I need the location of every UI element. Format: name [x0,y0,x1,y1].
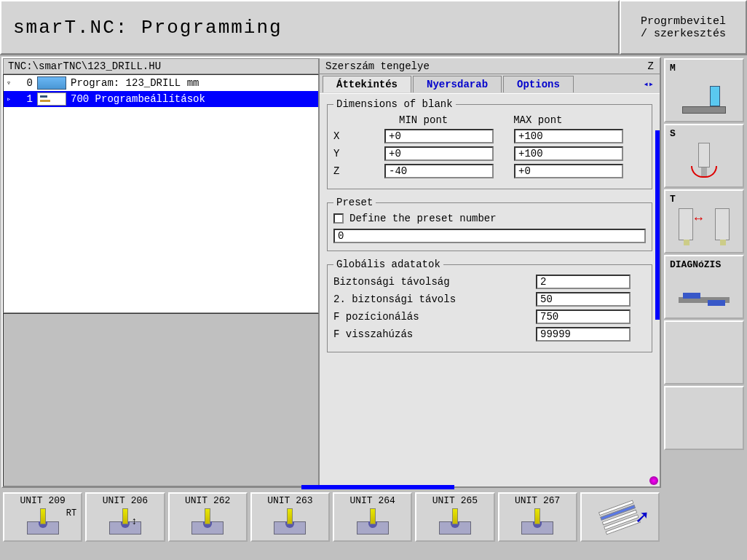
program-tree[interactable]: ▿ 0 Program: 123_DRILL mm▹ 1 700 Program… [3,74,319,313]
tab-options[interactable]: Options [503,76,574,92]
preset-legend: Preset [333,197,376,208]
softkey-rt: RT [66,508,76,518]
spindle-icon [689,143,719,179]
axis-label: X [333,130,384,142]
tree-row[interactable]: ▿ 0 Program: 123_DRILL mm [4,75,318,91]
min-header: MIN pont [399,114,448,126]
tree-label: 700 Programbeállítások [71,93,205,105]
global-input[interactable] [536,327,631,342]
tree-item-icon [37,92,66,106]
global-fieldset: Globális adatatok Biztonsági távolság 2.… [327,259,652,352]
preset-fieldset: Preset Define the preset number [327,197,652,251]
max-input-Y[interactable] [514,146,623,161]
global-input[interactable] [536,309,631,324]
max-input-X[interactable] [514,129,623,143]
tab-áttekintés[interactable]: Áttekintés [323,76,411,92]
unit-icon [268,508,312,535]
side-button-empty[interactable] [664,320,744,384]
side-letter: DIAGNóZIS [670,259,721,270]
max-input-Z[interactable] [514,164,623,178]
side-button-tool[interactable]: T↔ [664,189,744,253]
side-button-diag[interactable]: DIAGNóZIS [664,255,744,319]
expand-icon[interactable]: ▹ [7,95,14,103]
mode-line1: Progrmbevitel [641,15,726,28]
mode-display: Progrmbevitel / szerkesztés [620,0,747,55]
tab-nyersdarab[interactable]: Nyersdarab [413,76,502,92]
tree-row[interactable]: ▹ 1 700 Programbeállítások [4,91,318,107]
softkey-unit-263[interactable]: UNIT 263 [250,492,330,542]
scrollbar[interactable] [655,130,660,320]
softkey-label: UNIT 206 [103,495,148,507]
global-label: Biztonsági távolság [333,276,536,288]
softkey-label: UNIT 265 [432,495,478,507]
tree-num: 0 [18,77,33,89]
softkey-label: UNIT 264 [349,495,395,507]
axis-label: Z [333,165,384,177]
side-button-empty[interactable] [664,386,744,450]
softkey-label: UNIT 209 [20,495,65,507]
side-letter: T [670,194,676,205]
diagnosis-icon [679,293,730,307]
mode-line2: / szerkesztés [641,28,726,40]
tab-scroll-right-icon[interactable]: ◂▸ [641,79,657,90]
global-input[interactable] [536,292,631,307]
tree-num: 1 [18,93,33,105]
progress-indicator [301,485,454,489]
tree-label: Program: 123_DRILL mm [71,77,199,89]
softkey-label: UNIT 263 [267,495,312,507]
machine-icon [682,84,726,114]
graphic-preview [3,313,319,486]
global-input[interactable] [536,275,631,289]
side-button-machine[interactable]: M [664,58,744,122]
unit-icon [515,508,559,535]
dimensions-fieldset: Dimensions of blank MIN pont MAX pont X … [327,98,652,189]
app-title: smarT.NC: Programming [0,0,620,55]
softkey-label: UNIT 262 [185,495,230,507]
unit-icon [351,508,395,535]
softkey-unit-262[interactable]: UNIT 262 [168,492,248,542]
softkey-label: UNIT 267 [515,495,560,507]
max-header: MAX pont [513,114,562,126]
expand-icon[interactable]: ▿ [7,79,14,87]
softkey-unit-206[interactable]: UNIT 206 ↕ [85,492,165,542]
axis-label: Y [333,148,384,159]
preset-check-label: Define the preset number [349,213,497,224]
min-input-X[interactable] [384,129,494,143]
softkey-unit-267[interactable]: UNIT 267 [498,492,577,542]
unit-icon [433,508,477,535]
global-legend: Globális adatatok [333,259,443,270]
corner-indicator-icon [649,476,658,485]
min-input-Y[interactable] [384,146,494,161]
form-header-value: Z [648,60,654,72]
min-input-Z[interactable] [384,164,494,178]
preset-number-input[interactable] [333,229,646,243]
softkey-unit-265[interactable]: UNIT 265 [415,492,494,542]
unit-icon: ↕ [103,508,147,535]
tree-item-icon [37,76,66,90]
tool-icon: ↔ [679,208,730,245]
unit-icon [21,508,65,535]
global-label: F visszahúzás [333,328,536,340]
global-label: F pozícionálás [333,311,536,323]
global-label: 2. biztonsági távols [333,293,536,305]
softkey-nav[interactable]: ➚ [580,492,660,542]
arrow-icon: ➚ [636,505,648,530]
softkey-unit-209[interactable]: UNIT 209 RT [3,492,82,542]
preset-checkbox[interactable] [333,213,344,224]
side-letter: M [670,63,676,74]
dimensions-legend: Dimensions of blank [333,98,456,110]
unit-icon [186,508,229,535]
side-letter: S [670,128,676,139]
form-header-label: Szerszám tengelye [325,60,430,72]
file-path: TNC:\smarTNC\123_DRILL.HU [3,58,319,74]
side-button-spindle[interactable]: S [664,124,744,188]
softkey-unit-264[interactable]: UNIT 264 [333,492,412,542]
